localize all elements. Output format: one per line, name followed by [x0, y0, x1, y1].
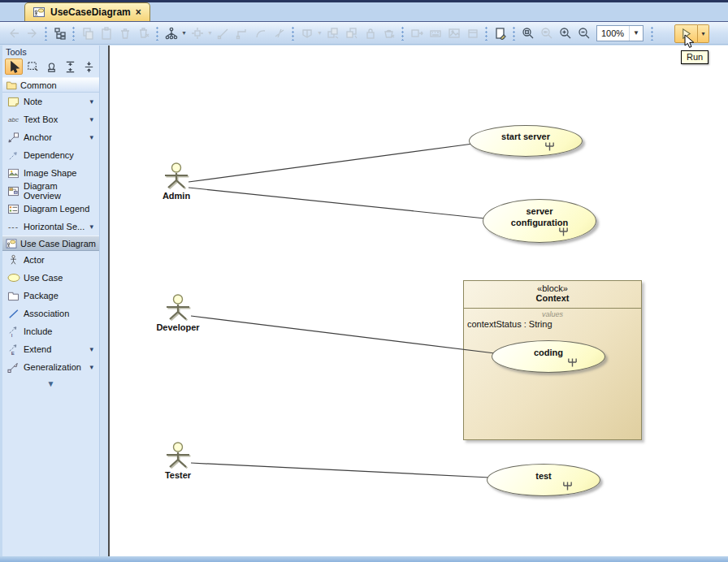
swimlane-icon[interactable] [297, 24, 316, 42]
chevron-down-icon[interactable]: ▾ [89, 97, 96, 106]
actor-admin[interactable]: Admin [152, 162, 201, 201]
sidebar-item-horizontal-separator[interactable]: --- Horizontal Se... ▾ [2, 218, 99, 236]
window-bottom-frame [0, 556, 728, 562]
association-admin-startserver[interactable] [188, 144, 473, 182]
chevron-down-icon[interactable]: ▾ [89, 223, 96, 231]
item-label: Package [24, 291, 58, 300]
collapse-vertical-icon [83, 61, 95, 73]
marquee-select-tool-button[interactable] [24, 58, 41, 75]
containment-tree-icon[interactable] [50, 24, 69, 42]
image-shape-icon [6, 168, 20, 179]
horizontal-separator-icon: --- [6, 223, 20, 231]
sidebar-item-package[interactable]: Package [2, 287, 99, 305]
line-oblique-icon[interactable] [270, 24, 288, 42]
line-rectilinear-icon[interactable] [232, 24, 251, 42]
line-curved-icon[interactable] [251, 24, 270, 42]
actor-developer[interactable]: Developer [154, 294, 202, 332]
section-use-case-diagram[interactable]: Use Case Diagram [2, 236, 99, 251]
sticky-tool-button[interactable] [42, 58, 60, 75]
usecase-diagram-small-icon [6, 239, 17, 249]
diagram-properties-icon[interactable] [491, 24, 509, 42]
decomposition-icon [562, 481, 573, 491]
actor-name: Tester [154, 470, 202, 480]
item-label: Generalization [24, 362, 81, 372]
sidebar-item-extend[interactable]: E Extend ▾ [2, 340, 99, 358]
sidebar-item-association[interactable]: Association [2, 305, 99, 322]
actor-figure-icon [162, 442, 193, 469]
decomposition-icon [544, 141, 555, 152]
usecase-coding[interactable]: coding [492, 340, 605, 373]
chevron-down-icon[interactable]: ▾ [89, 133, 96, 141]
sidebar-item-diagram-overview[interactable]: Diagram Overview [2, 182, 99, 200]
sidebar-item-note[interactable]: Note ▾ [2, 93, 99, 110]
layout-tree-caret-icon[interactable]: ▾ [180, 29, 188, 37]
sidebar-item-generalization[interactable]: Generalization ▾ [2, 358, 99, 376]
actor-name: Admin [152, 191, 201, 201]
diagram-canvas[interactable]: «block» Context values contextStatus : S… [108, 45, 728, 556]
toolbar-grip [401, 26, 405, 41]
actor-tester[interactable]: Tester [154, 442, 202, 480]
section-common[interactable]: Common [2, 77, 99, 93]
zoom-fit-icon[interactable] [537, 24, 556, 42]
tab-usecasediagram[interactable]: UseCaseDiagram × [24, 2, 150, 21]
zoom-combobox-caret-icon[interactable]: ▼ [629, 26, 643, 41]
zoom-in-icon[interactable] [556, 24, 574, 42]
window-icon[interactable] [463, 24, 482, 42]
association-admin-serverconfiguration[interactable] [188, 188, 485, 218]
bring-to-front-icon[interactable] [323, 24, 342, 42]
diagram-overview-icon [6, 186, 20, 197]
sidebar-item-text-box[interactable]: abc Text Box ▾ [2, 110, 99, 128]
more-tools-chevron-icon[interactable]: ▼ [2, 376, 99, 388]
sidebar-item-diagram-legend[interactable]: Diagram Legend [2, 200, 99, 218]
copy-icon[interactable] [78, 24, 97, 42]
toolbar-grip [291, 26, 295, 41]
svg-text:E: E [11, 351, 15, 355]
package-icon [6, 291, 20, 301]
send-to-back-icon[interactable] [342, 24, 361, 42]
anchor-icon [6, 132, 20, 143]
collapse-vertically-tool-button[interactable] [80, 58, 98, 75]
sidebar-item-dependency[interactable]: Dependency [2, 146, 99, 164]
toolbar-grip [155, 26, 159, 41]
usecase-server-configuration[interactable]: server configuration [483, 199, 596, 243]
autosize-icon[interactable] [407, 24, 426, 42]
sidebar-item-image-shape[interactable]: Image Shape [2, 164, 99, 182]
tab-close-icon[interactable]: × [136, 6, 141, 18]
delete-from-model-icon[interactable] [134, 24, 153, 42]
sidebar-item-include[interactable]: I Include [2, 322, 99, 340]
association-tester-test[interactable] [191, 463, 490, 478]
diagram-legend-icon [6, 204, 20, 214]
sidebar-item-actor[interactable]: Actor [2, 251, 99, 269]
sidebar-item-anchor[interactable]: Anchor ▾ [2, 128, 99, 146]
note-icon [6, 97, 20, 107]
layout-quick-icon[interactable] [188, 24, 206, 42]
usecase-start-server[interactable]: start server [469, 125, 583, 157]
chevron-down-icon[interactable]: ▾ [89, 115, 96, 123]
layout-quick-caret-icon[interactable]: ▾ [206, 29, 214, 37]
layout-tree-icon[interactable] [162, 24, 180, 42]
line-straight-icon[interactable] [214, 24, 232, 42]
lock-icon[interactable] [361, 24, 379, 42]
select-tool-button[interactable] [5, 58, 23, 75]
zoom-region-icon[interactable] [518, 24, 537, 42]
keyboard-icon[interactable] [426, 24, 444, 42]
association-developer-coding[interactable] [191, 316, 495, 353]
delete-icon[interactable] [115, 24, 134, 42]
back-icon[interactable] [4, 24, 23, 42]
fill-reset-icon[interactable] [379, 24, 398, 42]
run-dropdown-caret-icon[interactable]: ▾ [698, 24, 709, 43]
usecase-test[interactable]: test [487, 464, 600, 496]
tab-bar: UseCaseDiagram × [0, 0, 728, 21]
chevron-down-icon[interactable]: ▾ [89, 363, 96, 371]
image-icon[interactable] [444, 24, 463, 42]
sidebar-item-use-case[interactable]: Use Case [2, 269, 99, 287]
item-label: Text Box [24, 115, 58, 124]
zoom-level-combobox[interactable]: 100% ▼ [596, 25, 644, 41]
chevron-down-icon[interactable]: ▾ [89, 345, 96, 353]
swimlane-caret-icon[interactable]: ▾ [316, 29, 323, 37]
paste-icon[interactable] [97, 24, 115, 42]
expand-vertically-tool-button[interactable] [61, 58, 79, 75]
forward-icon[interactable] [23, 24, 41, 42]
usecase-label: server configuration [502, 206, 577, 227]
zoom-out-icon[interactable] [574, 24, 593, 42]
